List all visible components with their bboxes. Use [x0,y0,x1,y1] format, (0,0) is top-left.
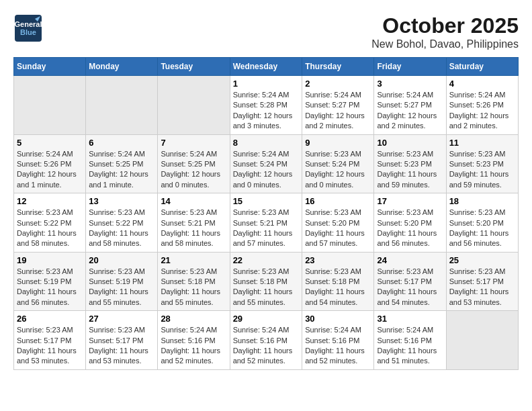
day-detail: Sunrise: 5:23 AMSunset: 5:18 PMDaylight:… [161,267,226,308]
day-detail: Sunrise: 5:23 AMSunset: 5:21 PMDaylight:… [233,208,300,249]
day-number: 5 [17,138,83,148]
calendar-cell: 17Sunrise: 5:23 AMSunset: 5:20 PMDayligh… [374,193,446,253]
calendar-cell: 7Sunrise: 5:24 AMSunset: 5:25 PMDaylight… [158,134,230,193]
day-detail: Sunrise: 5:24 AMSunset: 5:16 PMDaylight:… [161,325,226,367]
calendar-cell: 27Sunrise: 5:23 AMSunset: 5:17 PMDayligh… [86,311,158,370]
day-number: 17 [377,196,443,206]
logo: General Blue [13,13,43,43]
calendar-table: SundayMondayTuesdayWednesdayThursdayFrid… [13,57,519,370]
day-detail: Sunrise: 5:23 AMSunset: 5:20 PMDaylight:… [305,208,371,249]
weekday-header-tuesday: Tuesday [158,58,230,76]
calendar-cell: 8Sunrise: 5:24 AMSunset: 5:24 PMDaylight… [230,134,302,193]
calendar-week-row: 19Sunrise: 5:23 AMSunset: 5:19 PMDayligh… [14,252,519,311]
calendar-cell: 21Sunrise: 5:23 AMSunset: 5:18 PMDayligh… [158,252,230,311]
day-detail: Sunrise: 5:23 AMSunset: 5:18 PMDaylight:… [305,267,371,308]
calendar-week-row: 26Sunrise: 5:23 AMSunset: 5:17 PMDayligh… [14,311,519,370]
day-detail: Sunrise: 5:24 AMSunset: 5:27 PMDaylight:… [305,90,371,132]
day-number: 8 [233,138,300,148]
calendar-cell: 3Sunrise: 5:24 AMSunset: 5:27 PMDaylight… [374,76,446,135]
day-detail: Sunrise: 5:23 AMSunset: 5:21 PMDaylight:… [161,208,226,249]
day-detail: Sunrise: 5:23 AMSunset: 5:19 PMDaylight:… [17,267,83,308]
calendar-cell [86,76,158,135]
day-detail: Sunrise: 5:24 AMSunset: 5:28 PMDaylight:… [233,90,300,132]
day-number: 29 [233,314,300,324]
day-detail: Sunrise: 5:23 AMSunset: 5:24 PMDaylight:… [305,149,371,191]
day-number: 14 [161,196,226,206]
day-number: 16 [305,196,371,206]
day-number: 15 [233,196,300,206]
calendar-cell: 4Sunrise: 5:24 AMSunset: 5:26 PMDaylight… [446,76,518,135]
calendar-cell [14,76,86,135]
title-block: October 2025 New Bohol, Davao, Philippin… [371,13,519,50]
day-detail: Sunrise: 5:23 AMSunset: 5:23 PMDaylight:… [449,149,515,191]
calendar-cell: 5Sunrise: 5:24 AMSunset: 5:26 PMDaylight… [14,134,86,193]
page-header: General Blue October 2025 New Bohol, Dav… [13,13,519,50]
day-detail: Sunrise: 5:23 AMSunset: 5:17 PMDaylight:… [89,325,154,367]
day-detail: Sunrise: 5:24 AMSunset: 5:26 PMDaylight:… [449,90,515,132]
day-number: 9 [305,138,371,148]
day-number: 22 [233,255,300,265]
day-number: 4 [449,79,515,89]
calendar-cell: 10Sunrise: 5:23 AMSunset: 5:23 PMDayligh… [374,134,446,193]
day-detail: Sunrise: 5:24 AMSunset: 5:16 PMDaylight:… [305,325,371,367]
calendar-week-row: 12Sunrise: 5:23 AMSunset: 5:22 PMDayligh… [14,193,519,253]
day-number: 3 [377,79,443,89]
weekday-header-saturday: Saturday [446,58,518,76]
day-detail: Sunrise: 5:23 AMSunset: 5:17 PMDaylight:… [449,267,515,308]
day-number: 31 [377,314,443,324]
calendar-cell: 30Sunrise: 5:24 AMSunset: 5:16 PMDayligh… [302,311,374,370]
day-number: 10 [377,138,443,148]
calendar-cell: 18Sunrise: 5:23 AMSunset: 5:20 PMDayligh… [446,193,518,253]
day-detail: Sunrise: 5:23 AMSunset: 5:17 PMDaylight:… [17,325,83,367]
logo-icon: General Blue [13,13,43,43]
page-subtitle: New Bohol, Davao, Philippines [371,38,519,50]
day-detail: Sunrise: 5:23 AMSunset: 5:19 PMDaylight:… [89,267,154,308]
calendar-cell: 12Sunrise: 5:23 AMSunset: 5:22 PMDayligh… [14,193,86,253]
calendar-cell: 14Sunrise: 5:23 AMSunset: 5:21 PMDayligh… [158,193,230,253]
day-number: 13 [89,196,154,206]
day-detail: Sunrise: 5:24 AMSunset: 5:27 PMDaylight:… [377,90,443,132]
weekday-header-monday: Monday [86,58,158,76]
calendar-cell: 26Sunrise: 5:23 AMSunset: 5:17 PMDayligh… [14,311,86,370]
calendar-week-row: 1Sunrise: 5:24 AMSunset: 5:28 PMDaylight… [14,76,519,135]
day-number: 11 [449,138,515,148]
weekday-header-sunday: Sunday [14,58,86,76]
weekday-header-wednesday: Wednesday [230,58,302,76]
calendar-cell: 25Sunrise: 5:23 AMSunset: 5:17 PMDayligh… [446,252,518,311]
day-number: 27 [89,314,154,324]
calendar-cell: 20Sunrise: 5:23 AMSunset: 5:19 PMDayligh… [86,252,158,311]
svg-text:General: General [15,20,42,28]
day-detail: Sunrise: 5:24 AMSunset: 5:26 PMDaylight:… [17,149,83,191]
day-number: 21 [161,255,226,265]
day-number: 19 [17,255,83,265]
calendar-cell: 2Sunrise: 5:24 AMSunset: 5:27 PMDaylight… [302,76,374,135]
calendar-cell: 22Sunrise: 5:23 AMSunset: 5:18 PMDayligh… [230,252,302,311]
calendar-cell: 13Sunrise: 5:23 AMSunset: 5:22 PMDayligh… [86,193,158,253]
day-detail: Sunrise: 5:24 AMSunset: 5:25 PMDaylight:… [89,149,154,191]
day-detail: Sunrise: 5:24 AMSunset: 5:24 PMDaylight:… [233,149,300,191]
day-detail: Sunrise: 5:23 AMSunset: 5:20 PMDaylight:… [377,208,443,249]
day-number: 20 [89,255,154,265]
calendar-cell: 6Sunrise: 5:24 AMSunset: 5:25 PMDaylight… [86,134,158,193]
day-number: 28 [161,314,226,324]
calendar-cell: 16Sunrise: 5:23 AMSunset: 5:20 PMDayligh… [302,193,374,253]
day-number: 26 [17,314,83,324]
day-number: 23 [305,255,371,265]
day-detail: Sunrise: 5:24 AMSunset: 5:25 PMDaylight:… [161,149,226,191]
day-detail: Sunrise: 5:23 AMSunset: 5:23 PMDaylight:… [377,149,443,191]
day-number: 7 [161,138,226,148]
svg-text:Blue: Blue [20,28,36,36]
day-detail: Sunrise: 5:23 AMSunset: 5:17 PMDaylight:… [377,267,443,308]
day-number: 1 [233,79,300,89]
weekday-header-friday: Friday [374,58,446,76]
calendar-cell [446,311,518,370]
calendar-week-row: 5Sunrise: 5:24 AMSunset: 5:26 PMDaylight… [14,134,519,193]
day-detail: Sunrise: 5:24 AMSunset: 5:16 PMDaylight:… [233,325,300,367]
calendar-cell: 24Sunrise: 5:23 AMSunset: 5:17 PMDayligh… [374,252,446,311]
calendar-cell: 29Sunrise: 5:24 AMSunset: 5:16 PMDayligh… [230,311,302,370]
day-number: 24 [377,255,443,265]
day-number: 18 [449,196,515,206]
page-title: October 2025 [371,13,519,38]
day-number: 2 [305,79,371,89]
weekday-header-row: SundayMondayTuesdayWednesdayThursdayFrid… [14,58,519,76]
